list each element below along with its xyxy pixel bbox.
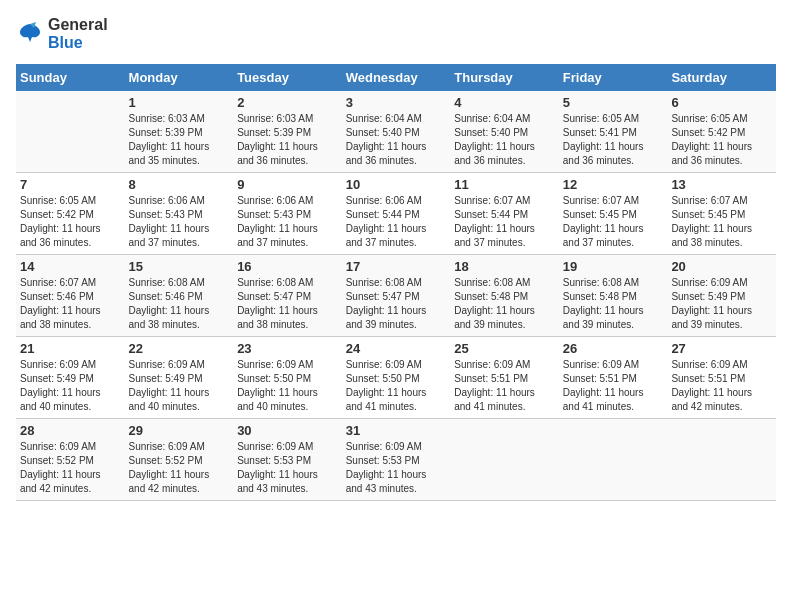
calendar-cell: 8Sunrise: 6:06 AM Sunset: 5:43 PM Daylig… [125,173,234,255]
calendar-cell: 20Sunrise: 6:09 AM Sunset: 5:49 PM Dayli… [667,255,776,337]
day-number: 9 [237,177,338,192]
day-number: 21 [20,341,121,356]
day-info: Sunrise: 6:09 AM Sunset: 5:50 PM Dayligh… [237,358,338,414]
day-number: 12 [563,177,664,192]
day-number: 11 [454,177,555,192]
week-row-5: 28Sunrise: 6:09 AM Sunset: 5:52 PM Dayli… [16,419,776,501]
calendar-cell: 14Sunrise: 6:07 AM Sunset: 5:46 PM Dayli… [16,255,125,337]
day-info: Sunrise: 6:06 AM Sunset: 5:44 PM Dayligh… [346,194,447,250]
calendar-cell: 15Sunrise: 6:08 AM Sunset: 5:46 PM Dayli… [125,255,234,337]
calendar-cell: 10Sunrise: 6:06 AM Sunset: 5:44 PM Dayli… [342,173,451,255]
day-number: 5 [563,95,664,110]
column-header-friday: Friday [559,64,668,91]
calendar-cell: 29Sunrise: 6:09 AM Sunset: 5:52 PM Dayli… [125,419,234,501]
day-info: Sunrise: 6:07 AM Sunset: 5:44 PM Dayligh… [454,194,555,250]
day-info: Sunrise: 6:09 AM Sunset: 5:52 PM Dayligh… [129,440,230,496]
column-header-wednesday: Wednesday [342,64,451,91]
day-info: Sunrise: 6:09 AM Sunset: 5:53 PM Dayligh… [237,440,338,496]
calendar-cell: 13Sunrise: 6:07 AM Sunset: 5:45 PM Dayli… [667,173,776,255]
day-number: 8 [129,177,230,192]
day-info: Sunrise: 6:09 AM Sunset: 5:51 PM Dayligh… [454,358,555,414]
calendar-cell: 18Sunrise: 6:08 AM Sunset: 5:48 PM Dayli… [450,255,559,337]
day-info: Sunrise: 6:04 AM Sunset: 5:40 PM Dayligh… [454,112,555,168]
day-number: 7 [20,177,121,192]
calendar-cell: 5Sunrise: 6:05 AM Sunset: 5:41 PM Daylig… [559,91,668,173]
day-number: 10 [346,177,447,192]
calendar-cell: 2Sunrise: 6:03 AM Sunset: 5:39 PM Daylig… [233,91,342,173]
calendar-cell: 17Sunrise: 6:08 AM Sunset: 5:47 PM Dayli… [342,255,451,337]
day-info: Sunrise: 6:09 AM Sunset: 5:52 PM Dayligh… [20,440,121,496]
day-info: Sunrise: 6:09 AM Sunset: 5:49 PM Dayligh… [671,276,772,332]
day-number: 18 [454,259,555,274]
week-row-2: 7Sunrise: 6:05 AM Sunset: 5:42 PM Daylig… [16,173,776,255]
day-info: Sunrise: 6:08 AM Sunset: 5:47 PM Dayligh… [346,276,447,332]
calendar-cell: 11Sunrise: 6:07 AM Sunset: 5:44 PM Dayli… [450,173,559,255]
header-row: SundayMondayTuesdayWednesdayThursdayFrid… [16,64,776,91]
day-info: Sunrise: 6:06 AM Sunset: 5:43 PM Dayligh… [129,194,230,250]
day-info: Sunrise: 6:09 AM Sunset: 5:51 PM Dayligh… [563,358,664,414]
day-info: Sunrise: 6:08 AM Sunset: 5:46 PM Dayligh… [129,276,230,332]
day-info: Sunrise: 6:09 AM Sunset: 5:49 PM Dayligh… [20,358,121,414]
day-info: Sunrise: 6:09 AM Sunset: 5:53 PM Dayligh… [346,440,447,496]
column-header-thursday: Thursday [450,64,559,91]
calendar-cell [667,419,776,501]
logo-text: General Blue [48,16,108,52]
calendar-cell: 28Sunrise: 6:09 AM Sunset: 5:52 PM Dayli… [16,419,125,501]
day-number: 3 [346,95,447,110]
day-number: 17 [346,259,447,274]
day-info: Sunrise: 6:05 AM Sunset: 5:42 PM Dayligh… [671,112,772,168]
day-number: 22 [129,341,230,356]
week-row-4: 21Sunrise: 6:09 AM Sunset: 5:49 PM Dayli… [16,337,776,419]
day-info: Sunrise: 6:09 AM Sunset: 5:49 PM Dayligh… [129,358,230,414]
day-number: 24 [346,341,447,356]
calendar-cell: 22Sunrise: 6:09 AM Sunset: 5:49 PM Dayli… [125,337,234,419]
calendar-cell: 25Sunrise: 6:09 AM Sunset: 5:51 PM Dayli… [450,337,559,419]
day-info: Sunrise: 6:03 AM Sunset: 5:39 PM Dayligh… [237,112,338,168]
day-info: Sunrise: 6:03 AM Sunset: 5:39 PM Dayligh… [129,112,230,168]
day-info: Sunrise: 6:08 AM Sunset: 5:48 PM Dayligh… [563,276,664,332]
calendar-cell: 9Sunrise: 6:06 AM Sunset: 5:43 PM Daylig… [233,173,342,255]
day-number: 20 [671,259,772,274]
day-number: 4 [454,95,555,110]
header: General Blue [16,16,776,52]
calendar-cell: 24Sunrise: 6:09 AM Sunset: 5:50 PM Dayli… [342,337,451,419]
day-number: 16 [237,259,338,274]
day-info: Sunrise: 6:07 AM Sunset: 5:46 PM Dayligh… [20,276,121,332]
day-number: 28 [20,423,121,438]
calendar-cell: 1Sunrise: 6:03 AM Sunset: 5:39 PM Daylig… [125,91,234,173]
column-header-monday: Monday [125,64,234,91]
calendar-cell: 7Sunrise: 6:05 AM Sunset: 5:42 PM Daylig… [16,173,125,255]
day-number: 6 [671,95,772,110]
week-row-3: 14Sunrise: 6:07 AM Sunset: 5:46 PM Dayli… [16,255,776,337]
day-info: Sunrise: 6:08 AM Sunset: 5:48 PM Dayligh… [454,276,555,332]
column-header-tuesday: Tuesday [233,64,342,91]
day-number: 2 [237,95,338,110]
day-info: Sunrise: 6:09 AM Sunset: 5:50 PM Dayligh… [346,358,447,414]
calendar-cell [16,91,125,173]
calendar-cell: 6Sunrise: 6:05 AM Sunset: 5:42 PM Daylig… [667,91,776,173]
calendar-cell: 23Sunrise: 6:09 AM Sunset: 5:50 PM Dayli… [233,337,342,419]
day-info: Sunrise: 6:05 AM Sunset: 5:42 PM Dayligh… [20,194,121,250]
day-number: 26 [563,341,664,356]
calendar-cell: 3Sunrise: 6:04 AM Sunset: 5:40 PM Daylig… [342,91,451,173]
calendar-cell: 4Sunrise: 6:04 AM Sunset: 5:40 PM Daylig… [450,91,559,173]
calendar-cell: 12Sunrise: 6:07 AM Sunset: 5:45 PM Dayli… [559,173,668,255]
calendar-cell: 31Sunrise: 6:09 AM Sunset: 5:53 PM Dayli… [342,419,451,501]
day-number: 14 [20,259,121,274]
calendar-cell: 16Sunrise: 6:08 AM Sunset: 5:47 PM Dayli… [233,255,342,337]
calendar-cell: 21Sunrise: 6:09 AM Sunset: 5:49 PM Dayli… [16,337,125,419]
day-number: 25 [454,341,555,356]
day-info: Sunrise: 6:04 AM Sunset: 5:40 PM Dayligh… [346,112,447,168]
day-info: Sunrise: 6:07 AM Sunset: 5:45 PM Dayligh… [671,194,772,250]
calendar-cell: 30Sunrise: 6:09 AM Sunset: 5:53 PM Dayli… [233,419,342,501]
week-row-1: 1Sunrise: 6:03 AM Sunset: 5:39 PM Daylig… [16,91,776,173]
day-info: Sunrise: 6:09 AM Sunset: 5:51 PM Dayligh… [671,358,772,414]
logo: General Blue [16,16,108,52]
logo-icon [16,20,44,48]
calendar-cell: 26Sunrise: 6:09 AM Sunset: 5:51 PM Dayli… [559,337,668,419]
day-number: 30 [237,423,338,438]
column-header-saturday: Saturday [667,64,776,91]
calendar-cell: 19Sunrise: 6:08 AM Sunset: 5:48 PM Dayli… [559,255,668,337]
day-info: Sunrise: 6:08 AM Sunset: 5:47 PM Dayligh… [237,276,338,332]
day-number: 27 [671,341,772,356]
